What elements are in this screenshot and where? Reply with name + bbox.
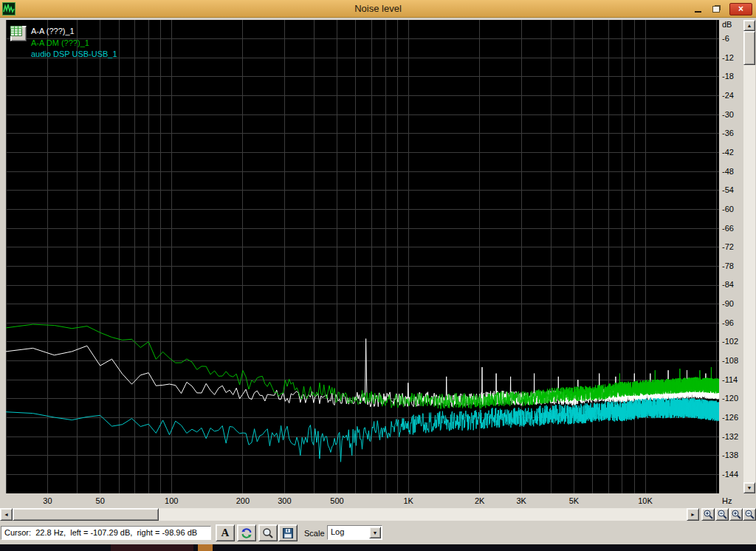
refresh-icon bbox=[241, 527, 252, 539]
y-tick-label: -18 bbox=[722, 72, 734, 81]
x-tick-label: 2K bbox=[475, 496, 484, 505]
y-tick-label: -30 bbox=[722, 110, 734, 119]
x-tick-label: 200 bbox=[236, 496, 250, 505]
legend-entries: A-A (???)_1A-A DM (???)_1audio DSP USB-U… bbox=[31, 26, 117, 61]
x-axis: 30501002003005001K2K3K5K10KHz bbox=[0, 493, 756, 508]
x-tick-label: 5K bbox=[569, 496, 579, 505]
save-button[interactable] bbox=[278, 524, 298, 541]
table-grid-icon bbox=[10, 26, 22, 36]
x-tick-label: 50 bbox=[96, 496, 105, 505]
x-tick-label: 100 bbox=[165, 496, 178, 505]
scroll-right-button[interactable]: ► bbox=[687, 508, 699, 521]
y-tick-label: -48 bbox=[722, 167, 734, 176]
minimize-icon bbox=[695, 11, 701, 13]
scale-dropdown[interactable]: Log ▼ bbox=[327, 525, 382, 540]
y-tick-label: -24 bbox=[722, 91, 734, 100]
zoom-x-out-button[interactable] bbox=[715, 508, 729, 521]
y-tick-label: -12 bbox=[722, 53, 734, 62]
taskbar-item bbox=[198, 544, 213, 551]
y-tick-label: -126 bbox=[722, 413, 738, 422]
scale-value: Log bbox=[331, 527, 344, 536]
legend-entry: A-A (???)_1 bbox=[31, 26, 117, 38]
y-tick-label: -54 bbox=[722, 185, 734, 194]
maximize-button[interactable] bbox=[710, 3, 722, 15]
x-tick-label: 10K bbox=[638, 496, 653, 505]
scroll-up-button[interactable]: ▲ bbox=[743, 20, 755, 31]
x-tick-label: 1K bbox=[403, 496, 413, 505]
font-button[interactable]: A bbox=[216, 524, 235, 541]
refresh-button[interactable] bbox=[237, 524, 256, 541]
y-tick-label: -42 bbox=[722, 148, 734, 157]
toolbar: Cursor: 22.8 Hz, left = -107.29 dB, righ… bbox=[0, 521, 756, 544]
y-axis: dB-6-12-18-24-30-36-42-48-54-60-66-72-78… bbox=[721, 20, 743, 493]
y-tick-label: -84 bbox=[722, 280, 734, 289]
scroll-left-button[interactable]: ◄ bbox=[0, 508, 13, 521]
x-tick-label: 30 bbox=[43, 496, 52, 505]
y-tick-label: -72 bbox=[722, 242, 734, 251]
legend-entry: audio DSP USB-USB_1 bbox=[31, 49, 117, 61]
legend-entry: A-A DM (???)_1 bbox=[31, 38, 117, 49]
plot-area[interactable]: A-A (???)_1A-A DM (???)_1audio DSP USB-U… bbox=[6, 20, 719, 493]
horizontal-scroll-track[interactable] bbox=[13, 508, 687, 521]
zoom-out-icon bbox=[744, 509, 755, 520]
y-tick-label: -120 bbox=[722, 394, 738, 403]
window-title: Noise level bbox=[0, 3, 756, 14]
magnifier-icon bbox=[262, 527, 274, 539]
zoom-out-icon bbox=[717, 509, 728, 520]
x-tick-label: 3K bbox=[516, 496, 526, 505]
y-tick-label: -114 bbox=[722, 375, 738, 384]
zoom-x-in-button[interactable] bbox=[701, 508, 715, 521]
y-tick-label: -96 bbox=[722, 318, 734, 327]
cursor-status: Cursor: 22.8 Hz, left = -107.29 dB, righ… bbox=[1, 526, 211, 540]
desktop: Noise level × bbox=[0, 0, 756, 551]
floppy-disk-icon bbox=[282, 527, 294, 539]
taskbar-item bbox=[111, 544, 193, 551]
y-tick-label: -90 bbox=[722, 299, 734, 308]
y-axis-unit-label: dB bbox=[722, 20, 732, 29]
y-tick-label: -78 bbox=[722, 261, 734, 270]
zoom-y-out-button[interactable] bbox=[743, 508, 756, 521]
font-a-icon: A bbox=[221, 527, 230, 539]
dropdown-arrow-icon: ▼ bbox=[369, 527, 381, 538]
caption-buttons: × bbox=[693, 0, 752, 18]
y-tick-label: -108 bbox=[722, 356, 738, 365]
close-button[interactable]: × bbox=[729, 3, 752, 16]
restore-icon bbox=[712, 6, 720, 13]
horizontal-scrollbar[interactable]: ◄ ► bbox=[0, 508, 756, 521]
y-tick-label: -138 bbox=[722, 451, 738, 459]
x-tick-label: 300 bbox=[278, 496, 291, 505]
legend: A-A (???)_1A-A DM (???)_1audio DSP USB-U… bbox=[10, 26, 117, 61]
y-tick-label: -60 bbox=[722, 205, 734, 213]
data-table-button[interactable] bbox=[10, 26, 27, 41]
y-tick-label: -102 bbox=[722, 337, 738, 346]
zoom-tool-button[interactable] bbox=[258, 524, 278, 541]
titlebar[interactable]: Noise level × bbox=[0, 0, 756, 18]
scroll-down-button[interactable]: ▼ bbox=[743, 482, 755, 493]
vertical-scroll-thumb[interactable] bbox=[743, 31, 755, 65]
x-axis-unit-label: Hz bbox=[722, 496, 732, 505]
y-tick-label: -6 bbox=[722, 34, 729, 43]
vertical-scrollbar[interactable]: ▲ ▼ bbox=[743, 20, 755, 493]
client-area: A-A (???)_1A-A DM (???)_1audio DSP USB-U… bbox=[0, 18, 756, 544]
zoom-in-icon bbox=[703, 509, 714, 520]
taskbar-edge bbox=[0, 544, 756, 551]
horizontal-scroll-thumb[interactable] bbox=[13, 508, 159, 521]
minimize-button[interactable] bbox=[693, 3, 703, 15]
scale-label: Scale bbox=[304, 529, 325, 538]
y-tick-label: -66 bbox=[722, 224, 734, 233]
y-tick-label: -132 bbox=[722, 432, 738, 441]
zoom-y-in-button[interactable] bbox=[729, 508, 743, 521]
zoom-in-icon bbox=[731, 509, 742, 520]
noise-level-window: Noise level × bbox=[0, 0, 756, 544]
x-tick-label: 500 bbox=[330, 496, 343, 505]
y-tick-label: -144 bbox=[722, 470, 738, 479]
y-tick-label: -36 bbox=[722, 129, 734, 137]
